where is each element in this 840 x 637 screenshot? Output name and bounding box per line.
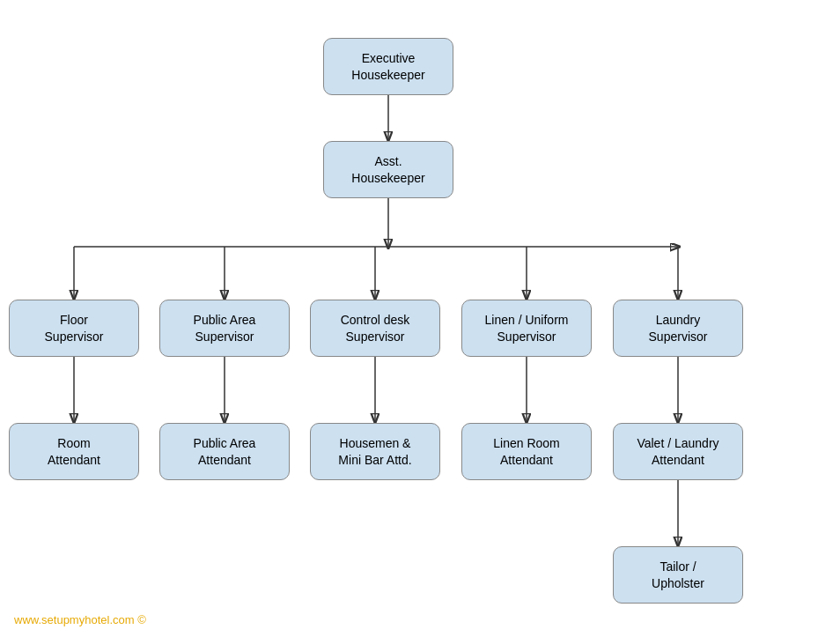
linen-uniform-supervisor-node: Linen / Uniform Supervisor bbox=[461, 300, 592, 357]
housemen-minibar-node: Housemen & Mini Bar Attd. bbox=[310, 423, 440, 480]
control-desk-supervisor-node: Control desk Supervisor bbox=[310, 300, 440, 357]
asst-housekeeper-node: Asst. Housekeeper bbox=[323, 141, 453, 198]
linen-room-attendant-node: Linen Room Attendant bbox=[461, 423, 592, 480]
floor-supervisor-node: Floor Supervisor bbox=[9, 300, 139, 357]
public-area-supervisor-node: Public Area Supervisor bbox=[159, 300, 290, 357]
valet-laundry-attendant-node: Valet / Laundry Attendant bbox=[613, 423, 743, 480]
public-area-attendant-node: Public Area Attendant bbox=[159, 423, 290, 480]
laundry-supervisor-node: Laundry Supervisor bbox=[613, 300, 743, 357]
room-attendant-node: Room Attendant bbox=[9, 423, 139, 480]
tailor-upholster-node: Tailor / Upholster bbox=[613, 546, 743, 604]
watermark: www.setupmyhotel.com © bbox=[14, 613, 146, 626]
org-chart: Executive Housekeeper Asst. Housekeeper … bbox=[0, 0, 840, 637]
executive-housekeeper-node: Executive Housekeeper bbox=[323, 38, 453, 95]
